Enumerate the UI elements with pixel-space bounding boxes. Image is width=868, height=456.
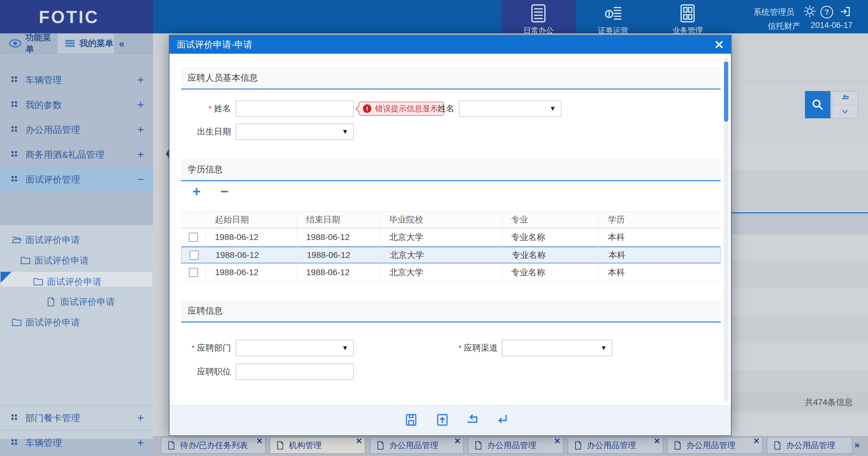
return-arrow-icon [840,94,850,103]
dialog-titlebar: 面试评价申请-申请 [169,35,731,54]
sidebar-item-vehicle-mgmt-2[interactable]: 车辆管理 + [0,430,153,456]
document-icon [474,441,483,450]
grip-dots-icon [11,77,17,82]
caret-down-icon: ▼ [600,344,607,352]
logout-icon[interactable] [839,5,851,18]
tree-item-interview-eval-apply-5[interactable]: 面试评价申请 [0,313,153,333]
tree-item-interview-eval-apply-3-selected[interactable]: 面试评价申请 [0,271,153,288]
selected-marker-icon [1,272,11,283]
expand-toggle[interactable]: + [137,117,144,142]
tab-org-mgmt[interactable]: 机构管理 [270,437,365,454]
table-row[interactable]: 1988-06-12 1988-06-12 北京大学 专业名称 本科 [181,264,721,281]
interview-eval-apply-dialog: 面试评价申请-申请 应聘人员基本信息 *姓名 ! 错误提示信息显示 *姓名 [169,35,732,436]
expand-search-button[interactable] [832,105,858,118]
tab-office-supplies-1[interactable]: 办公用品管理 [370,437,464,454]
name2-select[interactable]: ▼ [459,101,561,117]
tab-todo-tasks[interactable]: 待办/已办任务列表 [161,437,266,454]
scrollbar-thumb[interactable] [724,62,728,122]
close-icon[interactable] [654,438,660,444]
row-checkbox[interactable] [189,268,198,277]
bg-row [732,234,868,261]
add-row-button[interactable]: + [192,183,201,199]
close-icon[interactable] [356,438,362,444]
sidebar-item-interview-eval-mgmt[interactable]: 面试评价管理 − [0,167,153,192]
tab-function-menu[interactable]: 功能菜单 [0,33,58,53]
nav-business-mgmt[interactable]: 业务管理 [650,0,725,33]
collapse-toggle[interactable]: − [137,167,144,192]
app-screen: 共474条信息 FOTIC 日常办公 [0,0,868,456]
apply-position-input[interactable] [236,364,354,380]
tab-my-menu[interactable]: 我的菜单 [58,33,114,53]
sidebar-item-dept-meal-card-mgmt[interactable]: 部门餐卡管理 + [0,405,153,430]
apply-dept-label: *应聘部门 [169,340,231,356]
expand-toggle[interactable]: + [137,92,144,117]
divider [732,82,868,82]
enter-button[interactable] [495,413,509,427]
help-icon[interactable]: ? [820,6,833,19]
nav-label: 业务管理 [650,26,725,35]
section-basic-info: 应聘人员基本信息 [181,67,721,89]
bg-row [732,288,868,316]
tab-office-supplies-2[interactable]: 办公用品管理 [468,437,564,454]
birth-date-select[interactable]: ▼ [236,123,354,140]
apply-channel-select[interactable]: ▼ [502,340,613,356]
close-icon[interactable] [455,438,460,444]
tree-item-interview-eval-apply-2[interactable]: 面试评价申请 [0,251,153,270]
document-icon [167,441,175,450]
sidebar-collapse-button[interactable]: « [119,38,125,50]
expand-toggle[interactable]: + [137,142,144,167]
row-checkbox[interactable] [189,233,198,242]
remove-row-button[interactable]: − [220,183,228,199]
document-icon [773,441,781,450]
tab-label: 办公用品管理 [686,440,736,451]
tab-office-supplies-5[interactable]: 办公用品管理 [767,437,852,454]
sidebar-item-label: 办公用品管理 [26,117,80,142]
dialog-footer [169,405,731,435]
tree-item-interview-eval-apply-4[interactable]: 面试评价申请 [0,292,153,312]
nav-daily-office[interactable]: 日常办公 [501,0,576,33]
tree-item-label: 面试评价申请 [60,292,115,312]
cell-degree: 本科 [599,247,721,263]
upload-button[interactable] [435,413,450,427]
dialog-scrollbar[interactable] [724,58,728,401]
expand-toggle[interactable]: + [137,68,144,92]
record-count: 共474条信息 [732,392,853,412]
sidebar-item-vehicle-mgmt[interactable]: 车辆管理 + [0,67,153,92]
sidebar-item-my-params[interactable]: 我的参数 + [0,92,153,117]
tab-office-supplies-3[interactable]: 办公用品管理 [567,437,663,454]
sidebar-item-office-supplies-mgmt[interactable]: 办公用品管理 + [0,117,153,142]
section-title: 应聘人员基本信息 [181,67,721,89]
list-document-icon [530,4,547,23]
gear-icon[interactable] [803,5,816,18]
column-header: 起始日期 [206,211,297,228]
tab-label: 我的菜单 [80,38,114,49]
reset-button[interactable] [832,92,858,105]
caret-down-icon: ▼ [549,105,556,113]
close-icon[interactable] [257,438,262,444]
tree-item-interview-eval-apply-1[interactable]: 面试评价申请 [0,230,153,250]
cell-major: 专业名称 [502,228,598,246]
close-icon[interactable] [555,438,560,444]
row-checkbox[interactable] [189,251,198,260]
search-button[interactable] [805,91,830,118]
tab-office-supplies-4[interactable]: 办公用品管理 [667,437,763,454]
undo-button[interactable] [465,413,479,427]
apply-channel-label: *应聘渠道 [425,340,498,356]
sidebar-item-business-wine-gifts-mgmt[interactable]: 商务用酒&礼品管理 + [0,142,153,167]
tab-overflow-button[interactable]: » [855,439,860,450]
save-button[interactable] [404,413,419,427]
search-icon [811,98,824,111]
table-row[interactable]: 1988-06-12 1988-06-12 北京大学 专业名称 本科 [181,228,721,246]
close-icon[interactable] [754,438,759,444]
table-row-selected[interactable]: 1988-06-12 1988-06-12 北京大学 专业名称 本科 [181,246,721,264]
apply-dept-select[interactable]: ▼ [236,340,354,356]
birth-date-label: 出生日期 [169,123,231,140]
close-icon[interactable] [715,40,724,49]
cell-school: 北京大学 [380,264,502,281]
grip-dots-icon [11,439,17,445]
expand-toggle[interactable]: + [137,406,144,430]
table-header-row: 起始日期 结束日期 毕业院校 专业 学历 [181,211,721,228]
nav-securities-ops[interactable]: 证券运营 [576,0,650,33]
name-input[interactable] [236,101,354,117]
expand-toggle[interactable]: + [137,430,144,455]
